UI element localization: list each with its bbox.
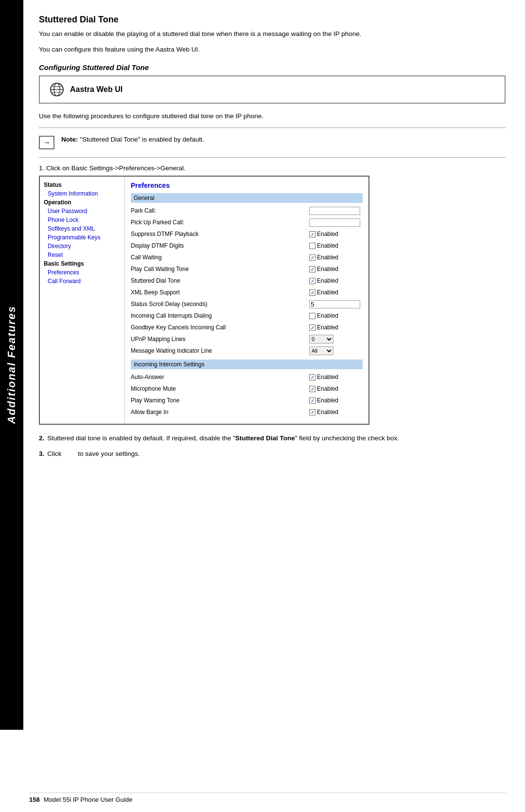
pref-value-pickup-parked[interactable] xyxy=(309,218,363,227)
aastra-box-title: Aastra Web UI xyxy=(70,85,122,94)
body-paragraph-1: You can enable or disable the playing of… xyxy=(39,29,506,39)
pref-row-status-scroll: Status Scroll Delay (seconds) xyxy=(131,299,363,309)
pref-value-play-call-waiting[interactable]: ✓ Enabled xyxy=(309,266,363,272)
divider-2 xyxy=(39,157,506,158)
aastra-web-ui-box: Aastra Web UI xyxy=(39,75,506,104)
checkbox-display-dtmf[interactable] xyxy=(309,243,315,249)
checkbox-mic-mute[interactable]: ✓ xyxy=(309,386,315,392)
pref-row-display-dtmf: Display DTMF Digits Enabled xyxy=(131,241,363,251)
pref-row-incoming-interrupts: Incoming Call Interrupts Dialing Enabled xyxy=(131,311,363,321)
pref-value-warning-tone[interactable]: ✓ Enabled xyxy=(309,397,363,404)
checkbox-barge-in[interactable]: ✓ xyxy=(309,409,315,415)
checkbox-call-waiting[interactable]: ✓ xyxy=(309,254,315,261)
pref-value-xml-beep[interactable]: ✓ Enabled xyxy=(309,289,363,296)
pref-value-upnp[interactable]: 0 xyxy=(309,335,363,343)
enabled-label-incoming-interrupts: Enabled xyxy=(317,312,338,319)
note-text: Note: "Stuttered Dial Tone" is enabled b… xyxy=(61,135,204,144)
step-1-end: . xyxy=(184,164,186,172)
pref-label-auto-answer: Auto-Answer xyxy=(131,374,309,380)
pref-value-incoming-interrupts[interactable]: Enabled xyxy=(309,312,363,319)
divider-1 xyxy=(39,127,506,128)
enabled-label-goodbye-key: Enabled xyxy=(317,324,338,331)
pref-label-stuttered-dial: Stuttered Dial Tone xyxy=(131,277,309,284)
checkbox-play-call-waiting[interactable]: ✓ xyxy=(309,266,315,272)
step-1-label: 1. Click on Basic Settings->Preferences-… xyxy=(39,164,506,172)
mwi-select[interactable]: All xyxy=(309,346,333,355)
nav-phone-lock[interactable]: Phone Lock xyxy=(40,216,124,224)
step-1-bold: Basic Settings->Preferences->General xyxy=(71,164,184,172)
pref-row-upnp: UPnP Mapping Lines 0 xyxy=(131,334,363,344)
note-body: "Stuttered Dial Tone" is enabled by defa… xyxy=(80,136,204,143)
enabled-label-play-call-waiting: Enabled xyxy=(317,266,338,272)
pref-row-xml-beep: XML Beep Support ✓ Enabled xyxy=(131,288,363,297)
step-2-text: Stuttered dial tone is enabled by defaul… xyxy=(47,433,399,443)
step-3-num: 3. xyxy=(39,449,44,459)
nav-operation-header: Operation xyxy=(40,198,124,207)
enabled-label-mic-mute: Enabled xyxy=(317,385,338,392)
upnp-select[interactable]: 0 xyxy=(309,335,333,343)
nav-system-info[interactable]: System Information xyxy=(40,189,124,198)
pref-value-stuttered-dial[interactable]: ✓ Enabled xyxy=(309,277,363,284)
body-paragraph-2: You can configure this feature using the… xyxy=(39,44,506,55)
pref-value-display-dtmf[interactable]: Enabled xyxy=(309,242,363,249)
nav-directory[interactable]: Directory xyxy=(40,242,124,251)
enabled-label-auto-answer: Enabled xyxy=(317,374,338,380)
checkbox-stuttered-dial[interactable]: ✓ xyxy=(309,278,315,284)
enabled-label-display-dtmf: Enabled xyxy=(317,242,338,249)
note-row: → Note: "Stuttered Dial Tone" is enabled… xyxy=(39,135,506,149)
nav-call-forward[interactable]: Call Forward xyxy=(40,277,124,286)
pref-row-call-waiting: Call Waiting ✓ Enabled xyxy=(131,253,363,262)
enabled-label-stuttered-dial: Enabled xyxy=(317,277,338,284)
pref-value-barge-in[interactable]: ✓ Enabled xyxy=(309,409,363,415)
pref-value-mwi[interactable]: All xyxy=(309,346,363,355)
pref-value-status-scroll[interactable] xyxy=(309,300,363,308)
enabled-label-xml-beep: Enabled xyxy=(317,289,338,296)
pref-label-incoming-interrupts: Incoming Call Interrupts Dialing xyxy=(131,312,309,319)
nav-reset[interactable]: Reset xyxy=(40,251,124,259)
pref-label-goodbye-key: Goodbye Key Cancels Incoming Call xyxy=(131,324,309,331)
pref-value-auto-answer[interactable]: ✓ Enabled xyxy=(309,374,363,380)
checkbox-warning-tone[interactable]: ✓ xyxy=(309,397,315,404)
pref-label-upnp: UPnP Mapping Lines xyxy=(131,336,309,343)
pref-label-play-call-waiting: Play Call Waiting Tone xyxy=(131,266,309,272)
footer-title: Model 55i IP Phone User Guide xyxy=(44,796,133,803)
step-2-bold: Stuttered Dial Tone xyxy=(235,434,295,442)
step-1-text: Click on Basic Settings->Preferences->Ge… xyxy=(46,164,186,172)
nav-preferences[interactable]: Preferences xyxy=(40,268,124,277)
pref-value-suppress-dtmf[interactable]: ✓ Enabled xyxy=(309,231,363,237)
pref-row-pickup-parked: Pick Up Parked Call: xyxy=(131,217,363,227)
checkbox-auto-answer[interactable]: ✓ xyxy=(309,374,315,380)
arrow-icon: → xyxy=(39,136,54,149)
pref-label-status-scroll: Status Scroll Delay (seconds) xyxy=(131,301,309,307)
pref-value-call-waiting[interactable]: ✓ Enabled xyxy=(309,254,363,261)
checkbox-goodbye-key[interactable]: ✓ xyxy=(309,325,315,331)
nav-programmable-keys[interactable]: Programmable Keys xyxy=(40,233,124,242)
pref-row-suppress-dtmf: Suppress DTMF Playback ✓ Enabled xyxy=(131,229,363,239)
aastra-icon xyxy=(50,82,64,97)
checkbox-xml-beep[interactable]: ✓ xyxy=(309,289,315,296)
nav-user-password[interactable]: User Password xyxy=(40,207,124,216)
pref-label-mwi: Message Waiting Indicator Line xyxy=(131,347,309,354)
pref-row-park-call: Park Call: xyxy=(131,206,363,216)
enabled-label-suppress-dtmf: Enabled xyxy=(317,231,338,237)
pickup-parked-input[interactable] xyxy=(309,218,360,227)
nav-basic-settings-header: Basic Settings xyxy=(40,259,124,268)
pref-row-mwi: Message Waiting Indicator Line All xyxy=(131,346,363,356)
page-title: Stuttered Dial Tone xyxy=(39,15,506,25)
pref-value-park-call[interactable] xyxy=(309,207,363,215)
pref-value-goodbye-key[interactable]: ✓ Enabled xyxy=(309,324,363,331)
step-3-text: Click to save your settings. xyxy=(47,449,140,459)
status-scroll-input[interactable] xyxy=(309,300,360,308)
step-2-num: 2. xyxy=(39,433,44,443)
checkbox-incoming-interrupts[interactable] xyxy=(309,313,315,319)
left-nav: Status System Information Operation User… xyxy=(40,177,125,424)
main-content: Stuttered Dial Tone You can enable or di… xyxy=(29,0,525,480)
general-section-bar: General xyxy=(131,193,363,203)
park-call-input[interactable] xyxy=(309,207,360,215)
pref-value-mic-mute[interactable]: ✓ Enabled xyxy=(309,385,363,392)
nav-softkeys-xml[interactable]: Softkeys and XML xyxy=(40,224,124,233)
pref-label-pickup-parked: Pick Up Parked Call: xyxy=(131,219,309,226)
sidebar-panel: Additional Features xyxy=(0,0,23,730)
incoming-intercom-bar: Incoming Intercom Settings xyxy=(131,360,363,369)
checkbox-suppress-dtmf[interactable]: ✓ xyxy=(309,231,315,237)
